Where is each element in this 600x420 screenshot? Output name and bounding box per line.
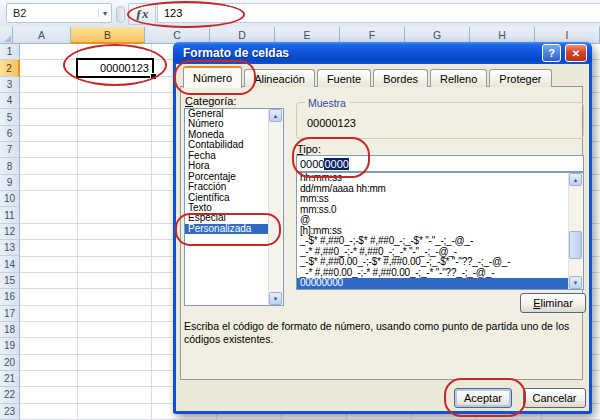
cancelar-button[interactable]: Cancelar bbox=[523, 388, 586, 408]
scrollbar-thumb[interactable] bbox=[569, 231, 582, 259]
row-header-6[interactable]: 6 bbox=[0, 126, 20, 142]
format-code-item[interactable]: mm:ss.0 bbox=[297, 205, 583, 216]
tipo-input[interactable]: 00000000 bbox=[296, 155, 584, 172]
dialog-titlebar[interactable]: Formato de celdas ? ✕ bbox=[173, 42, 592, 64]
tab-proteger[interactable]: Proteger bbox=[489, 69, 551, 87]
fill-handle[interactable] bbox=[150, 73, 157, 80]
tipo-label: Tipo: bbox=[297, 143, 321, 155]
tab-bordes[interactable]: Bordes bbox=[373, 69, 428, 87]
row-headers: 1234567891011121314151617181920212223 bbox=[0, 44, 20, 420]
insert-function-icon[interactable]: ƒx bbox=[128, 3, 156, 25]
format-code-item[interactable]: mm:ss bbox=[297, 194, 583, 205]
tab-fuente[interactable]: Fuente bbox=[317, 69, 371, 87]
scroll-down-icon[interactable]: ▼ bbox=[569, 276, 582, 289]
format-codes-scrollbar[interactable]: ▲ ▼ bbox=[568, 173, 583, 289]
row-header-20[interactable]: 20 bbox=[0, 355, 20, 371]
gridline-vertical bbox=[77, 44, 78, 420]
row-header-10[interactable]: 10 bbox=[0, 191, 20, 207]
format-code-item[interactable]: dd/mm/aaaa hh:mm bbox=[297, 184, 583, 195]
aceptar-button[interactable]: Aceptar bbox=[454, 388, 512, 408]
muestra-sample-value: 00000123 bbox=[307, 117, 356, 129]
close-icon[interactable]: ✕ bbox=[565, 44, 587, 62]
tab-numero[interactable]: Número bbox=[183, 66, 242, 88]
format-code-item[interactable]: hh:mm:ss bbox=[297, 173, 583, 184]
format-codes-list[interactable]: hh:mm:ssdd/mm/aaaa hh:mmmm:ssmm:ss.0@[h]… bbox=[296, 172, 584, 290]
row-header-5[interactable]: 5 bbox=[0, 109, 20, 125]
scroll-down-icon[interactable]: ▼ bbox=[269, 292, 282, 305]
formula-bar-row: B2 ▾ ƒx 123 bbox=[0, 0, 600, 28]
row-header-13[interactable]: 13 bbox=[0, 240, 20, 256]
row-header-12[interactable]: 12 bbox=[0, 224, 20, 240]
categoria-list[interactable]: GeneralNúmeroMonedaContabilidadFechaHora… bbox=[184, 108, 284, 306]
row-header-9[interactable]: 9 bbox=[0, 175, 20, 191]
format-codes-items: hh:mm:ssdd/mm/aaaa hh:mmmm:ssmm:ss.0@[h]… bbox=[297, 173, 583, 289]
name-box-dropdown-icon[interactable]: ▾ bbox=[98, 9, 107, 18]
categoria-item-personalizada[interactable]: Personalizada bbox=[185, 224, 268, 234]
dialog-description: Escriba el código de formato de número, … bbox=[184, 320, 574, 346]
gridline-vertical bbox=[151, 44, 152, 420]
tab-alineacion[interactable]: Alineación bbox=[244, 69, 315, 87]
tab-relleno[interactable]: Relleno bbox=[430, 69, 487, 87]
name-box-value: B2 bbox=[11, 7, 98, 19]
row-header-21[interactable]: 21 bbox=[0, 371, 20, 387]
row-header-19[interactable]: 19 bbox=[0, 338, 20, 354]
row-header-15[interactable]: 15 bbox=[0, 273, 20, 289]
tipo-value-selected: 0000 bbox=[324, 158, 348, 170]
row-header-14[interactable]: 14 bbox=[0, 256, 20, 272]
scroll-up-icon[interactable]: ▲ bbox=[569, 173, 582, 186]
row-header-8[interactable]: 8 bbox=[0, 158, 20, 174]
eliminar-button[interactable]: Eliminar bbox=[520, 293, 586, 313]
scroll-up-icon[interactable]: ▲ bbox=[269, 109, 282, 122]
format-code-item[interactable]: 00000000 bbox=[297, 278, 583, 289]
name-box[interactable]: B2 ▾ bbox=[6, 3, 112, 23]
format-cells-dialog: Formato de celdas ? ✕ NúmeroAlineaciónFu… bbox=[173, 42, 592, 414]
categoria-scrollbar[interactable]: ▲ ▼ bbox=[268, 109, 283, 305]
row-header-11[interactable]: 11 bbox=[0, 207, 20, 223]
row-header-18[interactable]: 18 bbox=[0, 322, 20, 338]
select-all-icon: ◢ bbox=[4, 34, 11, 43]
tipo-value-normal: 0000 bbox=[300, 158, 324, 170]
row-header-23[interactable]: 23 bbox=[0, 404, 20, 420]
active-cell-b2[interactable]: 00000123 bbox=[76, 58, 154, 78]
row-header-22[interactable]: 22 bbox=[0, 387, 20, 403]
column-header-a[interactable]: A bbox=[13, 27, 71, 44]
muestra-group: Muestra 00000123 bbox=[296, 102, 584, 139]
categoria-label: Categoría: bbox=[185, 95, 236, 107]
row-header-7[interactable]: 7 bbox=[0, 142, 20, 158]
formula-bar-input[interactable]: 123 bbox=[157, 3, 600, 23]
row-header-16[interactable]: 16 bbox=[0, 289, 20, 305]
dialog-tabs: NúmeroAlineaciónFuenteBordesRellenoProte… bbox=[183, 66, 552, 87]
row-header-2[interactable]: 2 bbox=[0, 60, 20, 76]
help-button[interactable]: ? bbox=[542, 44, 561, 62]
select-all-corner[interactable]: ◢ bbox=[0, 27, 13, 44]
column-header-b[interactable]: B bbox=[71, 27, 145, 44]
row-header-4[interactable]: 4 bbox=[0, 93, 20, 109]
row-header-3[interactable]: 3 bbox=[0, 77, 20, 93]
dialog-title: Formato de celdas bbox=[173, 46, 542, 60]
name-box-splitter-handle[interactable] bbox=[116, 6, 125, 23]
row-header-17[interactable]: 17 bbox=[0, 306, 20, 322]
row-header-1[interactable]: 1 bbox=[0, 44, 20, 60]
muestra-label: Muestra bbox=[305, 97, 349, 109]
